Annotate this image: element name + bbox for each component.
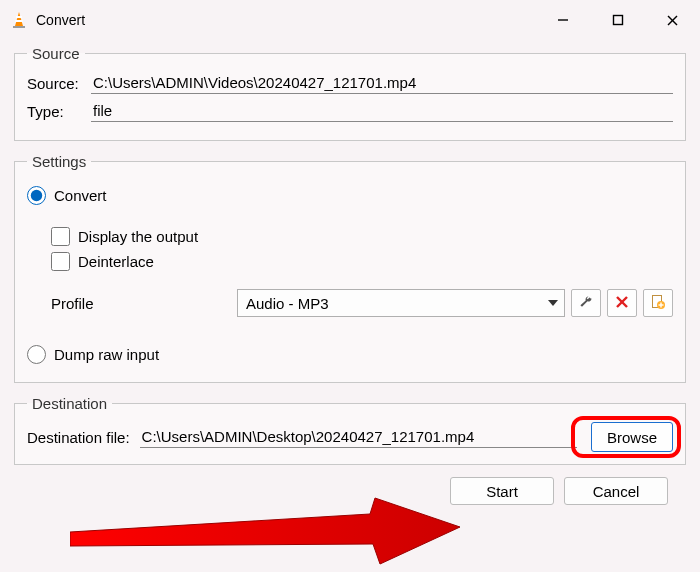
minimize-button[interactable] (535, 0, 590, 40)
browse-button[interactable]: Browse (591, 422, 673, 452)
deinterlace-label: Deinterlace (78, 253, 154, 270)
new-profile-button[interactable] (643, 289, 673, 317)
source-group: Source Source: Type: (14, 45, 686, 141)
display-output-checkbox[interactable]: Display the output (51, 227, 673, 246)
dialog-content: Source Source: Type: Settings Convert Di… (0, 40, 700, 519)
type-label: Type: (27, 103, 91, 120)
window-title: Convert (36, 12, 535, 28)
svg-rect-1 (16, 16, 22, 18)
titlebar: Convert (0, 0, 700, 40)
convert-radio[interactable]: Convert (27, 186, 673, 205)
edit-profile-button[interactable] (571, 289, 601, 317)
display-output-checkbox-input[interactable] (51, 227, 70, 246)
svg-marker-8 (548, 300, 558, 306)
svg-rect-2 (15, 20, 23, 22)
source-path-field[interactable] (91, 72, 673, 94)
type-field[interactable] (91, 100, 673, 122)
svg-rect-5 (613, 16, 622, 25)
dialog-footer: Start Cancel (14, 477, 686, 505)
settings-group: Settings Convert Display the output Dein… (14, 153, 686, 383)
close-button[interactable] (645, 0, 700, 40)
wrench-icon (578, 294, 594, 313)
vlc-cone-icon (10, 11, 28, 29)
svg-rect-3 (13, 26, 25, 28)
display-output-label: Display the output (78, 228, 198, 245)
dump-raw-radio-input[interactable] (27, 345, 46, 364)
source-legend: Source (27, 45, 85, 62)
source-label: Source: (27, 75, 91, 92)
destination-file-label: Destination file: (27, 429, 130, 446)
dump-raw-radio[interactable]: Dump raw input (27, 345, 673, 364)
start-button[interactable]: Start (450, 477, 554, 505)
destination-group: Destination Destination file: Browse (14, 395, 686, 465)
profile-select[interactable]: Audio - MP3 (237, 289, 565, 317)
destination-file-field[interactable] (140, 426, 577, 448)
profile-select-value: Audio - MP3 (246, 295, 329, 312)
window-controls (535, 0, 700, 40)
deinterlace-checkbox-input[interactable] (51, 252, 70, 271)
cancel-button[interactable]: Cancel (564, 477, 668, 505)
deinterlace-checkbox[interactable]: Deinterlace (51, 252, 673, 271)
dump-raw-label: Dump raw input (54, 346, 159, 363)
profile-label: Profile (27, 295, 237, 312)
delete-profile-button[interactable] (607, 289, 637, 317)
maximize-button[interactable] (590, 0, 645, 40)
svg-marker-0 (15, 12, 23, 26)
chevron-down-icon (548, 298, 558, 308)
settings-legend: Settings (27, 153, 91, 170)
convert-radio-label: Convert (54, 187, 107, 204)
profile-row: Profile Audio - MP3 (27, 289, 673, 317)
destination-legend: Destination (27, 395, 112, 412)
delete-x-icon (615, 295, 629, 312)
new-file-icon (650, 294, 666, 313)
convert-radio-input[interactable] (27, 186, 46, 205)
